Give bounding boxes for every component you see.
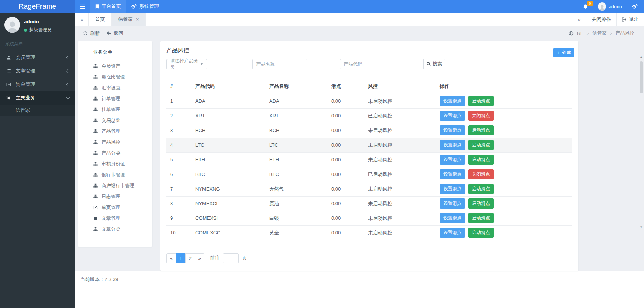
tab-xinguanjia[interactable]: 信管家 ×	[112, 13, 146, 26]
brand-logo[interactable]: RageFrame	[0, 0, 75, 13]
create-button[interactable]: ＋ 创建	[553, 48, 574, 57]
sidebar-toggle-button[interactable]	[75, 0, 90, 13]
business-menu-item[interactable]: 商户银行卡管理	[78, 180, 152, 191]
page-button-1[interactable]: 1	[176, 253, 186, 263]
business-menu-item-label: 产品风控	[102, 139, 120, 146]
sidebar-item-members[interactable]: 会员管理	[0, 51, 75, 64]
row-index: 6	[166, 167, 195, 182]
close-operations-button[interactable]: 关闭操作	[586, 13, 616, 26]
business-menu-item[interactable]: 文章管理	[78, 213, 152, 224]
row-index: 3	[166, 123, 195, 138]
set-slippage-button[interactable]: 设置滑点	[440, 125, 465, 135]
business-menu-item[interactable]: 审核身份证	[78, 159, 152, 170]
set-slippage-button[interactable]: 设置滑点	[440, 184, 465, 194]
set-slippage-button[interactable]: 设置滑点	[440, 228, 465, 238]
slippage-cell: 0.00	[331, 123, 368, 138]
business-menu-item[interactable]: 爆仓比管理	[78, 72, 152, 83]
business-menu-item[interactable]: 会员资产	[78, 61, 152, 72]
set-slippage-button[interactable]: 设置滑点	[440, 198, 465, 209]
tab-home[interactable]: 首页	[89, 13, 112, 26]
product-category-select[interactable]: 请选择产品分类	[166, 59, 207, 69]
product-code-cell: NYMEXNG	[195, 182, 269, 196]
product-name-input[interactable]	[252, 59, 307, 69]
start-slippage-button[interactable]: 启动滑点	[468, 198, 494, 209]
refresh-button[interactable]: 刷新	[83, 30, 100, 37]
nav-item-platform-home[interactable]: 平台首页	[90, 0, 126, 13]
set-slippage-button[interactable]: 设置滑点	[440, 111, 465, 121]
business-menu-item[interactable]: 交易总览	[78, 115, 152, 126]
nav-item-system-admin[interactable]: 系统管理	[126, 0, 164, 13]
breadcrumb-item[interactable]: 信管家	[592, 30, 607, 36]
table-row: 8NYMEXCL原油0.00未启动风控设置滑点启动滑点	[166, 196, 572, 211]
logout-button[interactable]: 退出	[616, 13, 644, 26]
business-menu-item[interactable]: 订单管理	[78, 93, 152, 104]
filter-bar: 请选择产品分类 搜索	[166, 59, 572, 69]
goto-label: 前往	[210, 255, 220, 261]
row-index: 2	[166, 108, 195, 123]
business-menu-list: 会员资产爆仓比管理汇率设置订单管理挂单管理交易总览产品管理产品风控产品分类审核身…	[78, 61, 152, 235]
settings-button[interactable]	[627, 0, 643, 13]
actions-cell: 设置滑点关闭滑点	[440, 167, 572, 182]
start-slippage-button[interactable]: 启动滑点	[468, 96, 494, 106]
start-slippage-button[interactable]: 启动滑点	[468, 228, 494, 238]
search-button[interactable]: 搜索	[424, 59, 445, 69]
column-header: 产品代码	[195, 80, 269, 94]
goto-page-input[interactable]	[223, 253, 239, 263]
business-menu-item[interactable]: 产品风控	[78, 137, 152, 148]
business-menu-item[interactable]: 日志管理	[78, 191, 152, 202]
back-button[interactable]: 返回	[106, 30, 123, 37]
start-slippage-button[interactable]: 启动滑点	[468, 125, 494, 135]
business-menu-item[interactable]: 挂单管理	[78, 104, 152, 115]
avatar	[598, 2, 606, 11]
set-slippage-button[interactable]: 设置滑点	[440, 96, 465, 106]
close-tab-icon[interactable]: ×	[136, 17, 139, 22]
business-menu-item[interactable]: 产品分类	[78, 148, 152, 159]
scroll-up-arrow-icon[interactable]: ▲	[640, 55, 643, 59]
notification-badge: 0	[587, 1, 592, 6]
sidebar-item-funds[interactable]: 资金管理	[0, 78, 75, 91]
business-menu-item-label: 订单管理	[102, 96, 120, 102]
list-icon	[93, 216, 98, 221]
breadcrumb: RF>信管家>产品风控	[569, 30, 634, 36]
start-slippage-button[interactable]: 启动滑点	[468, 140, 494, 150]
user-role-label: 超级管理员	[29, 27, 52, 33]
risk-status-cell: 未启动风控	[368, 182, 440, 196]
tabs-scroll-left-button[interactable]: «	[75, 13, 89, 26]
sitemap-icon	[93, 118, 98, 123]
start-slippage-button[interactable]: 启动滑点	[468, 213, 494, 223]
page-button-2[interactable]: 2	[185, 253, 195, 263]
breadcrumb-item[interactable]: RF	[577, 31, 583, 36]
business-menu-item-label: 文章分类	[102, 226, 120, 233]
set-slippage-button[interactable]: 设置滑点	[440, 169, 465, 179]
stop-slippage-button[interactable]: 关闭滑点	[468, 111, 494, 121]
table-body: 1ADAADA0.00未启动风控设置滑点启动滑点2XRTXRT0.00已启动风控…	[166, 94, 572, 240]
business-menu-item[interactable]: 文章分类	[78, 224, 152, 235]
prev-page-button[interactable]: «	[166, 253, 176, 263]
set-slippage-button[interactable]: 设置滑点	[440, 155, 465, 165]
sitemap-icon	[93, 173, 98, 177]
column-header: 滑点	[331, 80, 368, 94]
sitemap-icon	[93, 151, 98, 155]
scrollbar-thumb[interactable]	[640, 61, 643, 93]
stop-slippage-button[interactable]: 关闭滑点	[468, 169, 494, 179]
sidebar-item-articles[interactable]: 文章管理	[0, 64, 75, 78]
user-menu-button[interactable]: admin	[593, 0, 627, 13]
tabs-scroll-right-button[interactable]: »	[572, 13, 586, 26]
sidebar-subitem-xinguanjia[interactable]: 信管家	[0, 105, 75, 116]
notifications-button[interactable]: 0	[578, 0, 593, 13]
start-slippage-button[interactable]: 启动滑点	[468, 184, 494, 194]
business-menu-item[interactable]: 银行卡管理	[78, 170, 152, 180]
sidebar: admin 超级管理员 系统菜单 会员管理文章管理资金管理主要业务信管家	[0, 13, 75, 308]
sitemap-icon	[93, 194, 98, 199]
next-page-button[interactable]: »	[195, 253, 204, 263]
business-menu-item[interactable]: 产品管理	[78, 126, 152, 137]
business-menu-item[interactable]: 汇率设置	[78, 83, 152, 93]
business-menu-item[interactable]: 单页管理	[78, 202, 152, 213]
start-slippage-button[interactable]: 启动滑点	[468, 155, 494, 165]
vertical-scrollbar[interactable]: ▲ ▼	[639, 55, 643, 229]
set-slippage-button[interactable]: 设置滑点	[440, 213, 465, 223]
sidebar-item-business[interactable]: 主要业务	[0, 91, 75, 105]
scroll-down-arrow-icon[interactable]: ▼	[640, 225, 643, 229]
set-slippage-button[interactable]: 设置滑点	[440, 140, 465, 150]
product-code-input[interactable]	[340, 59, 424, 69]
